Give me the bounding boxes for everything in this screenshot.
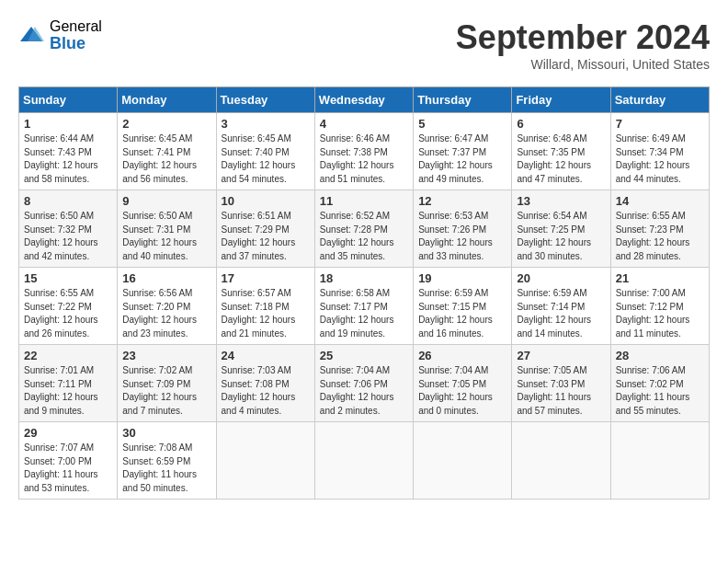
daylight-label: Daylight: 12 hours and 16 minutes. xyxy=(418,315,493,339)
daylight-label: Daylight: 12 hours and 21 minutes. xyxy=(222,315,296,339)
calendar-cell: 19 Sunrise: 6:59 AM Sunset: 7:15 PM Dayl… xyxy=(414,268,512,345)
sunrise-label: Sunrise: 6:55 AM xyxy=(616,211,686,221)
calendar-cell: 2 Sunrise: 6:45 AM Sunset: 7:41 PM Dayli… xyxy=(118,113,216,190)
sunset-label: Sunset: 7:43 PM xyxy=(24,147,92,157)
calendar-cell: 10 Sunrise: 6:51 AM Sunset: 7:29 PM Dayl… xyxy=(216,190,314,268)
day-info: Sunrise: 6:53 AM Sunset: 7:26 PM Dayligh… xyxy=(418,210,506,263)
day-info: Sunrise: 6:48 AM Sunset: 7:35 PM Dayligh… xyxy=(517,132,605,186)
daylight-label: Daylight: 12 hours and 23 minutes. xyxy=(122,315,197,339)
calendar-header-row: SundayMondayTuesdayWednesdayThursdayFrid… xyxy=(19,87,710,113)
day-number: 2 xyxy=(122,117,210,131)
sunrise-label: Sunrise: 7:05 AM xyxy=(517,365,586,375)
day-info: Sunrise: 7:06 AM Sunset: 7:02 PM Dayligh… xyxy=(616,364,704,418)
calendar-cell: 13 Sunrise: 6:54 AM Sunset: 7:25 PM Dayl… xyxy=(512,190,610,268)
day-number: 17 xyxy=(222,271,310,285)
logo-icon xyxy=(18,23,44,49)
daylight-label: Daylight: 12 hours and 42 minutes. xyxy=(24,237,98,261)
daylight-label: Daylight: 12 hours and 40 minutes. xyxy=(122,237,197,261)
calendar-cell xyxy=(512,422,610,500)
day-info: Sunrise: 7:05 AM Sunset: 7:03 PM Dayligh… xyxy=(517,364,605,418)
day-info: Sunrise: 6:57 AM Sunset: 7:18 PM Dayligh… xyxy=(222,287,310,340)
sunrise-label: Sunrise: 6:56 AM xyxy=(122,288,192,298)
sunset-label: Sunset: 6:59 PM xyxy=(122,456,190,466)
day-info: Sunrise: 7:07 AM Sunset: 7:00 PM Dayligh… xyxy=(24,442,112,495)
day-number: 26 xyxy=(418,349,506,362)
day-number: 3 xyxy=(222,117,310,131)
day-number: 12 xyxy=(418,194,506,208)
day-info: Sunrise: 6:51 AM Sunset: 7:29 PM Dayligh… xyxy=(222,210,310,263)
calendar-cell: 6 Sunrise: 6:48 AM Sunset: 7:35 PM Dayli… xyxy=(512,113,610,190)
calendar-cell: 15 Sunrise: 6:55 AM Sunset: 7:22 PM Dayl… xyxy=(19,268,118,345)
day-number: 14 xyxy=(616,194,704,208)
daylight-label: Daylight: 12 hours and 35 minutes. xyxy=(320,237,394,261)
logo-general: General xyxy=(50,18,102,35)
daylight-label: Daylight: 11 hours and 55 minutes. xyxy=(616,392,690,416)
daylight-label: Daylight: 12 hours and 0 minutes. xyxy=(418,392,493,416)
sunset-label: Sunset: 7:25 PM xyxy=(517,224,585,235)
calendar-cell: 24 Sunrise: 7:03 AM Sunset: 7:08 PM Dayl… xyxy=(216,345,314,422)
sunset-label: Sunset: 7:03 PM xyxy=(517,379,585,389)
day-number: 8 xyxy=(24,194,112,208)
day-info: Sunrise: 6:58 AM Sunset: 7:17 PM Dayligh… xyxy=(320,287,408,340)
calendar-cell: 28 Sunrise: 7:06 AM Sunset: 7:02 PM Dayl… xyxy=(610,345,709,422)
sunset-label: Sunset: 7:08 PM xyxy=(222,379,290,389)
sunset-label: Sunset: 7:09 PM xyxy=(122,379,190,389)
day-info: Sunrise: 7:08 AM Sunset: 6:59 PM Dayligh… xyxy=(122,442,210,495)
calendar-cell: 1 Sunrise: 6:44 AM Sunset: 7:43 PM Dayli… xyxy=(19,113,118,190)
calendar: SundayMondayTuesdayWednesdayThursdayFrid… xyxy=(18,86,710,500)
sunrise-label: Sunrise: 7:06 AM xyxy=(616,365,686,375)
sunrise-label: Sunrise: 6:44 AM xyxy=(24,133,94,144)
calendar-cell: 23 Sunrise: 7:02 AM Sunset: 7:09 PM Dayl… xyxy=(118,345,216,422)
sunset-label: Sunset: 7:37 PM xyxy=(418,147,486,157)
daylight-label: Daylight: 12 hours and 4 minutes. xyxy=(222,392,296,416)
calendar-week-row: 1 Sunrise: 6:44 AM Sunset: 7:43 PM Dayli… xyxy=(19,113,710,190)
calendar-cell xyxy=(610,422,709,500)
day-number: 6 xyxy=(517,117,605,131)
day-number: 15 xyxy=(24,271,112,285)
calendar-cell: 26 Sunrise: 7:04 AM Sunset: 7:05 PM Dayl… xyxy=(414,345,512,422)
calendar-week-row: 8 Sunrise: 6:50 AM Sunset: 7:32 PM Dayli… xyxy=(19,190,710,268)
daylight-label: Daylight: 11 hours and 57 minutes. xyxy=(517,392,591,416)
calendar-cell: 27 Sunrise: 7:05 AM Sunset: 7:03 PM Dayl… xyxy=(512,345,610,422)
calendar-cell: 20 Sunrise: 6:59 AM Sunset: 7:14 PM Dayl… xyxy=(512,268,610,345)
daylight-label: Daylight: 11 hours and 53 minutes. xyxy=(24,469,98,493)
logo-blue: Blue xyxy=(50,35,102,53)
day-info: Sunrise: 6:59 AM Sunset: 7:14 PM Dayligh… xyxy=(517,287,605,340)
day-number: 13 xyxy=(517,194,605,208)
day-info: Sunrise: 6:55 AM Sunset: 7:22 PM Dayligh… xyxy=(24,287,112,340)
day-info: Sunrise: 7:02 AM Sunset: 7:09 PM Dayligh… xyxy=(122,364,210,418)
day-number: 20 xyxy=(517,271,605,285)
sunset-label: Sunset: 7:14 PM xyxy=(517,302,585,312)
daylight-label: Daylight: 12 hours and 11 minutes. xyxy=(616,315,690,339)
calendar-week-row: 22 Sunrise: 7:01 AM Sunset: 7:11 PM Dayl… xyxy=(19,345,710,422)
sunrise-label: Sunrise: 6:50 AM xyxy=(24,211,94,221)
sunset-label: Sunset: 7:40 PM xyxy=(222,147,290,157)
daylight-label: Daylight: 12 hours and 28 minutes. xyxy=(616,237,690,261)
sunset-label: Sunset: 7:28 PM xyxy=(320,224,388,235)
sunset-label: Sunset: 7:29 PM xyxy=(222,224,290,235)
day-number: 28 xyxy=(616,349,704,362)
weekday-header: Monday xyxy=(118,87,216,113)
daylight-label: Daylight: 12 hours and 49 minutes. xyxy=(418,160,493,184)
sunrise-label: Sunrise: 7:08 AM xyxy=(122,442,192,453)
day-number: 18 xyxy=(320,271,408,285)
month-title: September 2024 xyxy=(456,18,710,57)
calendar-cell: 18 Sunrise: 6:58 AM Sunset: 7:17 PM Dayl… xyxy=(314,268,413,345)
calendar-cell: 8 Sunrise: 6:50 AM Sunset: 7:32 PM Dayli… xyxy=(19,190,118,268)
day-info: Sunrise: 6:59 AM Sunset: 7:15 PM Dayligh… xyxy=(418,287,506,340)
sunrise-label: Sunrise: 6:54 AM xyxy=(517,211,586,221)
day-number: 22 xyxy=(24,349,112,362)
sunset-label: Sunset: 7:23 PM xyxy=(616,224,684,235)
sunset-label: Sunset: 7:18 PM xyxy=(222,302,290,312)
calendar-cell: 14 Sunrise: 6:55 AM Sunset: 7:23 PM Dayl… xyxy=(610,190,709,268)
daylight-label: Daylight: 12 hours and 14 minutes. xyxy=(517,315,591,339)
daylight-label: Daylight: 12 hours and 51 minutes. xyxy=(320,160,394,184)
day-info: Sunrise: 6:55 AM Sunset: 7:23 PM Dayligh… xyxy=(616,210,704,263)
daylight-label: Daylight: 12 hours and 44 minutes. xyxy=(616,160,690,184)
daylight-label: Daylight: 12 hours and 26 minutes. xyxy=(24,315,98,339)
day-number: 1 xyxy=(24,117,112,131)
sunrise-label: Sunrise: 6:59 AM xyxy=(418,288,488,298)
sunset-label: Sunset: 7:15 PM xyxy=(418,302,486,312)
day-info: Sunrise: 7:01 AM Sunset: 7:11 PM Dayligh… xyxy=(24,364,112,418)
calendar-cell: 7 Sunrise: 6:49 AM Sunset: 7:34 PM Dayli… xyxy=(610,113,709,190)
